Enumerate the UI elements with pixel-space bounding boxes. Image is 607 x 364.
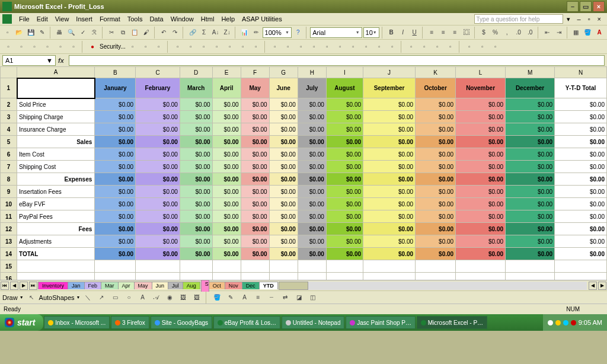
cell[interactable]: $0.00 <box>363 173 416 186</box>
cell[interactable]: $0.00 <box>416 148 456 161</box>
tab-oct[interactable]: Oct <box>209 282 225 289</box>
cell[interactable]: $0.00 <box>298 223 326 235</box>
cell[interactable]: $0.00 <box>241 136 269 148</box>
cell[interactable]: $0.00 <box>326 198 363 210</box>
row-header[interactable]: 15 <box>1 260 17 273</box>
col-header[interactable]: I <box>326 67 363 78</box>
tab-mar[interactable]: Mar <box>101 282 119 289</box>
cell[interactable]: $0.00 <box>326 235 363 248</box>
cell-ytd[interactable]: $0.00 <box>555 186 607 198</box>
cell[interactable]: $0.00 <box>416 186 456 198</box>
select-icon[interactable]: ↖ <box>25 292 37 304</box>
save-icon[interactable]: 💾 <box>25 27 36 39</box>
row-label[interactable]: Shipping Cost <box>17 161 95 173</box>
tray-icon[interactable] <box>548 320 553 325</box>
arrowstyle-icon[interactable]: ⇄ <box>279 292 291 304</box>
arrow-icon[interactable]: ↗ <box>95 292 107 304</box>
cell[interactable]: $0.00 <box>456 123 506 136</box>
cell[interactable]: $0.00 <box>136 223 180 235</box>
cell-ytd[interactable]: $0.00 <box>555 111 607 123</box>
cell[interactable]: $0.00 <box>136 198 180 210</box>
clipart-icon[interactable]: 🖼 <box>177 292 189 304</box>
print-icon[interactable]: 🖶 <box>55 27 65 39</box>
col-header[interactable]: N <box>555 67 607 78</box>
h-scrollbar[interactable] <box>279 282 587 290</box>
tb2b-icon6[interactable]: ▫ <box>237 41 249 53</box>
italic-button[interactable]: I <box>398 27 408 39</box>
month-header[interactable]: December <box>506 78 555 98</box>
cell[interactable]: $0.00 <box>241 248 269 260</box>
align-left-icon[interactable]: ≡ <box>427 27 437 39</box>
cell[interactable]: $0.00 <box>95 235 136 248</box>
row-header[interactable]: 13 <box>1 235 17 248</box>
cell[interactable]: $0.00 <box>456 161 506 173</box>
tb2c-icon10[interactable]: ▫ <box>386 41 398 53</box>
cell[interactable]: $0.00 <box>326 136 363 148</box>
row-header[interactable]: 7 <box>1 161 17 173</box>
fillcolor-icon[interactable]: 🪣 <box>211 292 223 304</box>
col-header[interactable]: D <box>180 67 212 78</box>
cell[interactable]: $0.00 <box>180 98 212 111</box>
font-combo[interactable]: Arial▼ <box>310 27 362 38</box>
cell[interactable]: $0.00 <box>212 248 241 260</box>
paste-icon[interactable]: 📋 <box>130 27 140 39</box>
cell[interactable]: $0.00 <box>456 186 506 198</box>
cell[interactable]: $0.00 <box>212 235 241 248</box>
cell[interactable] <box>506 273 555 280</box>
tb2d-icon3[interactable]: ▫ <box>432 41 443 53</box>
tb2c-icon5[interactable]: ▫ <box>321 41 333 53</box>
row-label[interactable]: Expenses <box>17 173 95 186</box>
cell[interactable]: $0.00 <box>416 248 456 260</box>
spell-icon[interactable]: ✓ <box>78 27 88 39</box>
redo-icon[interactable]: ↷ <box>170 27 181 39</box>
cell[interactable]: $0.00 <box>298 210 326 223</box>
sec-icon1[interactable]: ▫ <box>127 41 139 53</box>
menu-data[interactable]: Data <box>146 14 167 24</box>
cell[interactable]: $0.00 <box>506 148 555 161</box>
cell[interactable] <box>456 260 506 273</box>
cell[interactable]: $0.00 <box>506 123 555 136</box>
ytd-header[interactable]: Y-T-D Total <box>555 78 607 98</box>
cell[interactable]: $0.00 <box>212 98 241 111</box>
cell[interactable]: $0.00 <box>180 235 212 248</box>
cell[interactable]: $0.00 <box>95 161 136 173</box>
cell[interactable]: $0.00 <box>136 210 180 223</box>
month-header[interactable]: March <box>180 78 212 98</box>
cell[interactable]: $0.00 <box>326 223 363 235</box>
underline-button[interactable]: U <box>409 27 420 39</box>
tab-last-icon[interactable]: ⏭ <box>29 282 37 290</box>
autoshapes-menu[interactable]: AutoShapes <box>39 294 75 301</box>
sort-asc-icon[interactable]: A↓ <box>210 27 221 39</box>
linestyle-icon[interactable]: ≡ <box>252 292 264 304</box>
cell-ytd[interactable]: $0.00 <box>555 136 607 148</box>
cell[interactable]: $0.00 <box>212 223 241 235</box>
cell[interactable]: $0.00 <box>269 198 298 210</box>
cell[interactable]: $0.00 <box>363 248 416 260</box>
tb2b-icon4[interactable]: ▫ <box>211 41 223 53</box>
cell[interactable]: $0.00 <box>298 98 326 111</box>
format-painter-icon[interactable]: 🖌 <box>141 27 152 39</box>
drawing-icon[interactable]: ✏ <box>251 27 261 39</box>
row-header[interactable]: 12 <box>1 223 17 235</box>
cell[interactable] <box>136 273 180 280</box>
row-header[interactable]: 5 <box>1 136 17 148</box>
shadow-icon[interactable]: ◪ <box>293 292 305 304</box>
cell[interactable]: $0.00 <box>298 173 326 186</box>
align-center-icon[interactable]: ≡ <box>438 27 449 39</box>
font-color-icon[interactable]: A <box>594 27 605 39</box>
tb2e-icon2[interactable]: ▫ <box>477 41 488 53</box>
increase-indent-icon[interactable]: ⇥ <box>554 27 564 39</box>
cell[interactable]: $0.00 <box>180 161 212 173</box>
cell[interactable]: $0.00 <box>212 111 241 123</box>
tab-jul[interactable]: Jul <box>168 282 183 289</box>
textbox-icon[interactable]: A <box>136 292 148 304</box>
help-search[interactable]: Type a question for help <box>474 14 563 24</box>
tb2e-icon3[interactable]: ▫ <box>490 41 501 53</box>
linecolor-icon[interactable]: ✎ <box>225 292 237 304</box>
row-header[interactable]: 3 <box>1 111 17 123</box>
menu-file[interactable]: File <box>15 14 33 24</box>
cell[interactable]: $0.00 <box>180 248 212 260</box>
tray-icon[interactable] <box>571 320 576 325</box>
cell[interactable] <box>298 273 326 280</box>
cell[interactable]: $0.00 <box>416 111 456 123</box>
